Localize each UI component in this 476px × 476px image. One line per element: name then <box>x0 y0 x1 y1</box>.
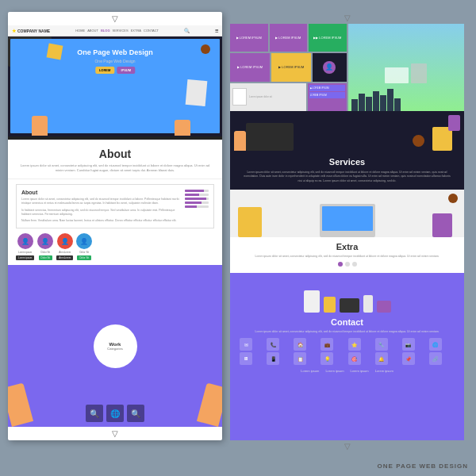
work-section: Work Categories 🔍 🌐 🔍 <box>8 265 222 427</box>
progress-5 <box>185 205 209 208</box>
services-text: Lorem ipsum dolor sit amet, consectetur … <box>242 171 452 183</box>
contact-icon-bulb: 💡 <box>321 352 333 365</box>
contact-laptop <box>340 298 359 313</box>
extra-slider-dots <box>242 262 452 267</box>
hero-btn-ipsum[interactable]: IPSUM <box>117 67 135 74</box>
avatar-btn-1[interactable]: Lorem ipsum <box>16 255 34 260</box>
nav-blog[interactable]: BLOG <box>101 29 110 33</box>
about-box-text-3: Nullam ferm. Vestibulum urna. Nam luctus… <box>21 219 180 223</box>
contact-icon-email: ✉ <box>240 338 252 351</box>
services-desk <box>230 111 464 151</box>
building-7 <box>394 98 401 111</box>
dot-1[interactable] <box>338 262 343 267</box>
contact-icon-globe: 🌐 <box>429 338 442 351</box>
search-icon[interactable]: 🔍 <box>184 28 190 33</box>
progress-2 <box>185 194 209 196</box>
nav-contact[interactable]: CONTACT <box>144 29 159 33</box>
contact-section: Contact Lorem ipsum dolor sit amet, cons… <box>230 273 464 440</box>
avatar-1: 👤 Lorem ipsum Lorem ipsum <box>16 233 34 260</box>
person-icon: 👤 <box>323 61 336 74</box>
avatar-circle-4: 👤 <box>76 233 92 249</box>
grid-row-2: ▶ LOREM IPSUM ▶ LOREM IPSUM 👤 <box>230 53 347 81</box>
contact-icon-bell: 🔔 <box>375 352 388 365</box>
contact-title: Contact <box>240 317 455 327</box>
grid-block-dark: 👤 <box>313 53 346 81</box>
contact-phone <box>363 295 373 313</box>
hero-subtitle: One Page Web Design <box>77 59 152 63</box>
about-section: About Lorem ipsum dolor sit amet, consec… <box>8 140 222 179</box>
about-box-text-1: Lorem ipsum dolor sit amet, consectetur … <box>21 198 180 206</box>
avatar-btn-4[interactable]: Dolor Sit <box>77 255 91 260</box>
hero-buttons: LOREM IPSUM <box>77 67 152 74</box>
right-top-grid: ▶ LOREM IPSUM ▶ LOREM IPSUM ▶▶ LOREM IPS… <box>230 24 464 111</box>
contact-icon-monitor: 🖥 <box>240 352 252 365</box>
right-arrow-bottom: ▽ <box>230 440 464 452</box>
work-icon-magnify2: 🔍 <box>127 405 144 422</box>
extra-laptop-body <box>320 204 375 237</box>
contact-icon-pin: 📌 <box>402 352 415 365</box>
avatar-name-1: Lorem ipsum <box>18 251 32 254</box>
hand-left <box>32 116 48 136</box>
contact-paper <box>304 290 320 313</box>
extra-text: Lorem ipsum dolor sit amet, consectetur … <box>242 255 452 259</box>
desk-item-1 <box>385 67 409 83</box>
left-nav: ★ COMPANY NAME HOME ABOUT BLOG SERVICES … <box>8 25 222 36</box>
avatar-3: 👤 ArenLorem ArenLorem <box>56 233 73 260</box>
dot-3[interactable] <box>352 262 357 267</box>
contact-icons-grid: ✉ 📞 🏠 💼 ⭐ 🔧 📷 🌐 🖥 📱 📋 💡 🎯 🔔 📌 🔗 <box>240 338 455 365</box>
contact-icon-camera: 📷 <box>402 338 415 351</box>
work-circle: Work Categories <box>94 324 137 368</box>
work-icon-row: 🔍 🌐 🔍 <box>86 405 144 422</box>
cityscape <box>348 87 465 111</box>
nav-about[interactable]: ABOUT <box>87 29 98 33</box>
avatar-btn-3[interactable]: ArenLorem <box>56 255 73 260</box>
avatar-name-2: Dolor Sit <box>41 251 51 254</box>
extra-coffee <box>448 194 458 203</box>
footer-link-1[interactable]: Lorem ipsum <box>301 369 319 373</box>
building-6 <box>387 89 393 111</box>
footer-link-4[interactable]: Lorem ipsum <box>375 369 393 373</box>
about-avatars: 👤 Lorem ipsum Lorem ipsum 👤 Dolor Sit Do… <box>16 233 214 260</box>
arrow-bottom: ▽ <box>8 427 222 440</box>
about-box-title: About <box>21 190 180 195</box>
nav-links[interactable]: HOME ABOUT BLOG SERVICES EXTRA CONTACT <box>75 29 159 33</box>
avatar-btn-2[interactable]: Dolor Sit <box>39 255 53 260</box>
extra-section: Extra Lorem ipsum dolor sit amet, consec… <box>230 190 464 273</box>
notebook-right <box>186 79 208 106</box>
star-icon: ★ <box>12 28 16 33</box>
work-hand-left <box>8 382 33 427</box>
menu-icon[interactable]: ☰ <box>215 29 218 33</box>
services-laptop <box>246 123 294 151</box>
nav-home[interactable]: HOME <box>75 29 85 33</box>
about-box-right <box>185 190 209 223</box>
grid-row-1: ▶ LOREM IPSUM ▶ LOREM IPSUM ▶▶ LOREM IPS… <box>230 24 347 52</box>
grid-block-3: ▶▶ LOREM IPSUM <box>309 24 347 52</box>
building-1 <box>351 99 358 111</box>
contact-icon-link: 🔗 <box>429 352 442 365</box>
main-container: ▽ ★ COMPANY NAME HOME ABOUT BLOG SERVICE… <box>8 12 468 464</box>
avatar-circle-1: 👤 <box>17 233 33 249</box>
logo: ★ COMPANY NAME <box>12 28 50 33</box>
contact-text: Lorem ipsum dolor sit amet, consectetur … <box>240 330 455 334</box>
dot-2[interactable] <box>345 262 350 267</box>
left-hero: One Page Web Design One Page Web Design … <box>8 36 222 140</box>
contact-desk <box>230 273 464 313</box>
right-page: ▽ ▶ LOREM IPSUM ▶ LOREM IPSUM ▶▶ LOREM I… <box>230 12 464 452</box>
nav-extra[interactable]: EXTRA <box>131 29 141 33</box>
nav-services[interactable]: SERVICES <box>113 29 129 33</box>
contact-book <box>377 301 391 313</box>
extra-laptop-screen <box>322 206 373 231</box>
desk-overlay <box>352 28 461 83</box>
sticky-note <box>47 44 63 60</box>
right-arrow-top: ▽ <box>230 12 464 24</box>
about-heading: About <box>20 148 210 160</box>
services-title: Services <box>242 157 452 167</box>
grid-block-4: ▶ LOREM IPSUM <box>230 53 270 81</box>
services-book <box>448 115 460 131</box>
services-hand-l <box>234 131 246 151</box>
hero-btn-lorem[interactable]: LOREM <box>95 67 114 74</box>
contact-icon-clipboard: 📋 <box>294 352 306 365</box>
footer-link-2[interactable]: Lorem ipsum <box>325 369 344 373</box>
footer-link-3[interactable]: Lorem ipsum <box>351 369 369 373</box>
grid-right-col: ▶ LOREM IPSUM LOREM IPSUM <box>308 83 347 111</box>
